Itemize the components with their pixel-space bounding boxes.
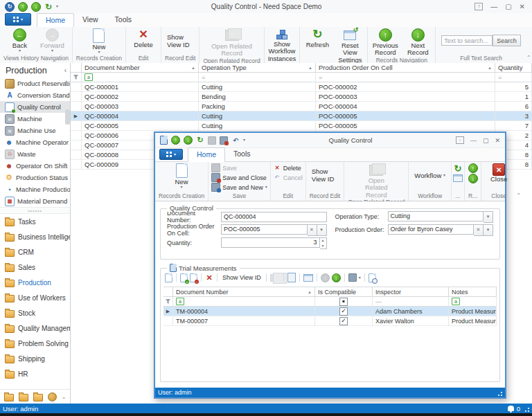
previous-record-icon[interactable]: ↑	[171, 136, 180, 145]
undo-icon[interactable]: ↶	[231, 136, 240, 145]
chevron-down-icon[interactable]: ⌄	[62, 394, 66, 400]
application-menu-button[interactable]: ▾	[5, 13, 31, 26]
production-order-on-cell-field[interactable]: POC-000005	[221, 224, 308, 235]
filter-cell-document-number[interactable]: a	[173, 297, 315, 307]
next-record-button[interactable]: ↓ Next Record	[402, 28, 434, 57]
ribbon-collapse-icon[interactable]: ⌃	[526, 55, 531, 61]
sidebar-group-hr[interactable]: HR	[0, 366, 70, 381]
sidebar-group-quality-management[interactable]: Quality Management	[0, 320, 70, 336]
open-window-icon[interactable]	[453, 174, 463, 182]
next-record-icon[interactable]: ↓	[31, 2, 41, 12]
quantity-stepper[interactable]: ▲▼	[320, 237, 327, 249]
sidebar-item-machine-use[interactable]: ▤Machine Use	[0, 125, 70, 136]
sidebar-item-waste[interactable]: ♲Waste	[0, 148, 70, 160]
sidebar-group-production[interactable]: Production	[0, 275, 70, 290]
save-and-new-button[interactable]: Save and New▾	[210, 183, 269, 192]
sidebar-item-production-status[interactable]: ⚙Production Status	[0, 172, 70, 183]
workflow-button[interactable]: Workflow ▾	[410, 163, 450, 188]
cell-document-number[interactable]: QC-000005	[82, 121, 199, 131]
tab-view[interactable]: View	[74, 13, 107, 27]
cell-production-order-on-cell[interactable]: POC-000005	[316, 121, 495, 131]
sidebar-group-tasks[interactable]: Tasks	[0, 214, 70, 229]
show-view-id-button[interactable]: Show View ID	[163, 28, 197, 54]
back-button[interactable]: ← Back▾	[3, 28, 35, 53]
cell-operation-type[interactable]: Cutting	[199, 121, 316, 131]
sidebar-group-problem-solving-shee[interactable]: Problem Solving Shee	[0, 336, 70, 351]
tab-tools[interactable]: Tools	[225, 147, 259, 161]
folder-icon[interactable]	[19, 394, 28, 401]
open-related-record-button[interactable]: Open Related Record	[354, 163, 398, 199]
next-record-icon[interactable]: ↓	[184, 136, 193, 145]
show-view-id-button[interactable]: Show View ID	[221, 274, 263, 281]
filter-icon[interactable]	[163, 297, 173, 307]
cell-document-number[interactable]: TM-000007	[173, 316, 315, 326]
clear-icon[interactable]: ✕	[308, 224, 317, 236]
table-row[interactable]: ▶QC-000004CuttingPOC-0000053	[71, 111, 532, 121]
sidebar-item-material-demand[interactable]: ▤Material Demand	[0, 195, 70, 207]
previous-record-icon[interactable]: ↑	[468, 163, 478, 173]
column-header-quantity[interactable]: Quantity	[495, 63, 532, 73]
minimize-icon[interactable]: —	[470, 137, 477, 144]
cell-production-order-on-cell[interactable]: POC-000002	[316, 82, 495, 92]
export-icon[interactable]	[348, 273, 357, 282]
operation-type-field[interactable]: Cutting	[388, 211, 484, 221]
table-row[interactable]: QC-000005CuttingPOC-0000057	[71, 121, 532, 131]
dropdown-icon[interactable]: ▾	[484, 224, 493, 236]
column-header-operation-type[interactable]: Operation Type▲	[199, 63, 316, 73]
previous-record-icon[interactable]: ↑	[18, 2, 28, 12]
export-dropdown-icon[interactable]: ▾	[359, 276, 361, 280]
delete-button[interactable]: ✕Delete	[272, 163, 303, 172]
filter-cell-quantity[interactable]: =	[495, 73, 532, 82]
open-window-icon[interactable]	[303, 274, 313, 282]
filter-cell-production-order-on-cell[interactable]: =	[316, 73, 495, 82]
remove-row-icon[interactable]: −	[190, 273, 197, 282]
filter-cell-is-compatible[interactable]: ■	[315, 297, 373, 307]
checkbox-indeterminate-icon[interactable]: ■	[339, 298, 348, 306]
sync-icon[interactable]: ↻	[5, 2, 15, 12]
folder-icon[interactable]	[4, 394, 14, 401]
save-and-close-button[interactable]: Save and Close	[210, 173, 268, 182]
collapse-sidebar-icon[interactable]: ‹	[64, 66, 66, 74]
save-button[interactable]: Save	[210, 163, 238, 172]
cell-quantity[interactable]: 3	[495, 111, 532, 121]
table-row[interactable]: QC-000002BendingPOC-0000031	[71, 92, 532, 102]
filter-cell-document-number[interactable]: a	[82, 73, 199, 82]
tab-home[interactable]: Home	[188, 147, 225, 162]
show-workflow-instances-button[interactable]: Show Workflow Instances	[266, 28, 299, 62]
cell-operation-type[interactable]: Bending	[199, 92, 316, 102]
close-icon[interactable]: ✕	[495, 137, 500, 144]
show-view-id-button[interactable]: Show View ID	[308, 163, 342, 188]
cell-operation-type[interactable]: Cutting	[199, 111, 316, 121]
refresh-icon[interactable]: ↻	[454, 163, 461, 174]
production-order-field[interactable]: Order for Byron Casey	[388, 224, 475, 235]
table-row[interactable]: QC-000003PackingPOC-0000046	[71, 102, 532, 111]
close-button[interactable]: ✕ Close	[483, 163, 515, 183]
sidebar-item-product-reservation[interactable]: Product Reservation	[0, 78, 70, 89]
cell-document-number[interactable]: TM-000004	[173, 307, 315, 316]
sidebar-item-machine-operator[interactable]: ☻Machine Operator	[0, 136, 70, 148]
search-button[interactable]: Search	[493, 35, 521, 46]
table-row[interactable]: TM-000007✓Xavier WaltonProduct Measurmen…	[163, 316, 497, 326]
filter-cell-notes[interactable]: a	[449, 297, 497, 307]
refresh-button[interactable]: ↻ Refresh	[301, 28, 333, 48]
resize-grip[interactable]	[523, 406, 529, 412]
cell-production-order-on-cell[interactable]: POC-000005	[316, 111, 495, 121]
dropdown-icon[interactable]: ▾	[484, 211, 493, 223]
next-record-icon[interactable]: ↓	[468, 174, 478, 183]
new-row-icon[interactable]	[165, 273, 172, 282]
preview-icon[interactable]	[369, 273, 376, 282]
sidebar-item-quality-control[interactable]: Quality Control	[0, 101, 70, 113]
checkbox-checked-icon[interactable]: ✓	[339, 317, 348, 325]
cell-is-compatible[interactable]: ✓	[315, 307, 373, 316]
column-header-document-number[interactable]: Document Number▲	[173, 287, 315, 297]
cancel-button[interactable]: ↶Cancel	[272, 173, 304, 182]
move-up-icon[interactable]: ↑	[321, 273, 330, 282]
clear-icon[interactable]: ✕	[474, 224, 484, 236]
sidebar-scrollbar-thumb[interactable]	[65, 109, 70, 125]
search-input[interactable]	[441, 35, 493, 46]
cell-operation-type[interactable]: Cutting	[199, 82, 316, 92]
refresh-icon[interactable]: ↻	[196, 136, 204, 145]
cell-document-number[interactable]: QC-000002	[82, 92, 199, 102]
scroll-up-icon[interactable]: ▲	[64, 79, 69, 84]
close-icon[interactable]: ✕	[520, 3, 525, 10]
